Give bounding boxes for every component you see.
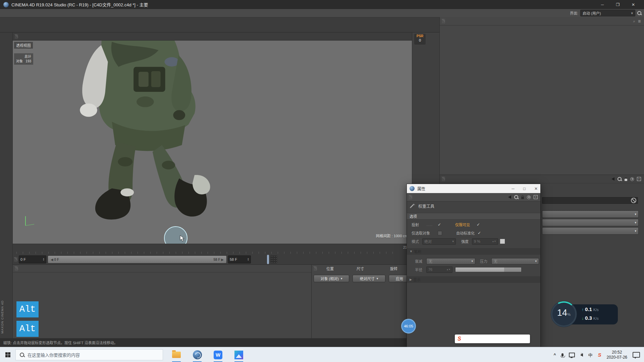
brush-section-header[interactable]: ▼笔刷 — [407, 248, 540, 255]
interface-dropdown[interactable]: 启动 (用户) ▾ — [580, 10, 635, 16]
properties-window: 属性 ─ □ ✕ + 权重工具 选项 投射 ...... ✓ 仅限可见 ✓ — [407, 184, 541, 348]
start-button[interactable] — [0, 347, 15, 362]
radius-field[interactable]: 76▲▼ — [426, 266, 452, 273]
radius-slider[interactable] — [455, 267, 522, 272]
visible-only-checkbox[interactable]: ✓ — [477, 222, 480, 227]
project-checkbox[interactable]: ✓ — [438, 222, 441, 227]
material-manager — [13, 264, 311, 347]
object-mode-dropdown[interactable]: 对象 (相对)▾ — [314, 275, 349, 282]
new-panel-icon[interactable]: + — [534, 195, 538, 199]
input-method-bar[interactable]: S — [455, 335, 530, 343]
om-filter-icon[interactable]: ≣ — [638, 19, 641, 23]
timeline-ticks — [16, 252, 398, 254]
search-icon[interactable] — [514, 195, 518, 199]
drag-handle[interactable] — [442, 19, 445, 23]
new-panel-icon[interactable]: + — [637, 177, 641, 181]
tray-input-language[interactable]: 中 — [588, 352, 593, 358]
lock-icon[interactable] — [625, 179, 627, 181]
percent-arc — [551, 301, 577, 327]
tray-expand-caret[interactable]: ^ — [554, 353, 556, 357]
lock-icon[interactable] — [521, 197, 524, 199]
minimize-button[interactable]: ─ — [595, 0, 610, 9]
fw-maximize-button[interactable]: □ — [523, 186, 526, 191]
filter-arrow-icon[interactable] — [611, 177, 614, 181]
apply-label: 应用 — [396, 276, 403, 281]
view-label[interactable]: 透视视图 — [14, 42, 33, 49]
attribute-dropdown[interactable]: ▾ — [542, 227, 639, 235]
speaker-icon[interactable] — [580, 353, 583, 357]
end-frame-field[interactable]: 58 F ▲▼ — [228, 255, 251, 263]
drag-handle[interactable] — [442, 177, 445, 181]
drag-handle[interactable] — [14, 257, 17, 262]
sogou-logo-icon[interactable]: S — [458, 336, 461, 342]
drag-handle[interactable] — [409, 195, 412, 199]
properties-menubar: + — [407, 193, 540, 201]
properties-title: 属性 — [417, 186, 425, 191]
interface-label: 界面: — [570, 10, 578, 16]
timeline-ruler[interactable]: 21 F — [13, 244, 412, 255]
app-logo-icon — [3, 2, 9, 7]
windows-taskbar: 在这里输入你要搜索的内容 W ^ 中 S 20:52 2020-07-26 — [0, 347, 644, 362]
axis-gizmo-icon — [23, 214, 36, 228]
start-frame-field[interactable]: 0 F ▲▼ — [19, 255, 46, 263]
attribute-dropdown[interactable]: ▾ — [542, 219, 639, 226]
taskbar-app-explorer[interactable] — [169, 347, 184, 362]
object-mode-value: 对象 (相对) — [321, 276, 339, 281]
maximize-button[interactable]: ❐ — [610, 0, 625, 9]
close-button[interactable]: ✕ — [626, 0, 641, 9]
search-icon[interactable] — [637, 11, 641, 15]
drag-handle[interactable] — [15, 266, 18, 271]
weight-brush-icon — [410, 203, 416, 208]
taskbar-search[interactable]: 在这里输入你要搜索的内容 — [15, 349, 163, 360]
fw-close-button[interactable]: ✕ — [534, 186, 538, 191]
frame-range-slider[interactable]: ◀ 0 F 58 F ▶ — [48, 255, 227, 263]
taskbar-app-cinema4d[interactable] — [190, 347, 205, 362]
target-icon[interactable] — [527, 195, 531, 199]
selected-only-checkbox[interactable] — [438, 231, 442, 235]
c4d-icon — [410, 186, 415, 191]
mode-dropdown[interactable]: 绝对▾ — [422, 238, 456, 245]
size-mode-dropdown[interactable]: 绝对尺寸▾ — [353, 275, 385, 282]
drag-handle[interactable] — [15, 34, 18, 39]
download-icon: ↓ — [582, 316, 584, 321]
tray-sogou-icon[interactable]: S — [598, 352, 601, 358]
material-menubar — [13, 265, 311, 273]
falloff-dropdown[interactable]: 无▾ — [426, 258, 475, 264]
size-mode-value: 绝对尺寸 — [360, 276, 375, 281]
viewport-menubar — [13, 33, 412, 41]
search-icon[interactable] — [618, 177, 622, 181]
taskbar-clock[interactable]: 20:52 2020-07-26 — [607, 350, 627, 360]
properties-titlebar[interactable]: 属性 ─ □ ✕ — [407, 184, 540, 193]
taskbar-app-wps[interactable]: W — [211, 347, 225, 362]
display-section-header[interactable]: ▶显示 — [407, 276, 540, 283]
action-center-icon[interactable] — [633, 352, 640, 358]
timeline-window-icon[interactable] — [270, 255, 277, 263]
selected-only-label: 仅选取对象 — [412, 230, 438, 236]
pressure-dropdown[interactable]: 无▾ — [491, 258, 539, 264]
texture-slot-bar[interactable] — [542, 197, 638, 204]
hud-total-label: 总计 — [16, 54, 31, 59]
autonormalize-checkbox[interactable]: ✓ — [478, 231, 481, 235]
filter-arrow-icon[interactable] — [508, 195, 511, 199]
taskbar-app-photos[interactable] — [231, 347, 246, 362]
strength-label: 强度 — [461, 239, 472, 244]
size-group-label: 尺寸 — [357, 266, 389, 271]
options-section-header[interactable]: 选项 — [407, 213, 540, 220]
attribute-dropdown[interactable]: ▾ — [542, 210, 639, 218]
target-icon[interactable] — [630, 177, 634, 181]
viewport[interactable]: 透视视图 总计 对象 193 网格间距 : 1000 cm — [13, 33, 412, 244]
soldier-model[interactable] — [46, 35, 234, 242]
strength-field[interactable]: 9 %▲▼ — [472, 238, 498, 245]
clock-time: 20:52 — [607, 350, 627, 355]
position-group-label: 位置 — [318, 266, 355, 271]
microphone-icon[interactable] — [561, 353, 564, 357]
interface-value: 启动 (用户) — [583, 10, 601, 16]
fw-minimize-button[interactable]: ─ — [512, 186, 515, 191]
recording-timer[interactable]: 46:05 — [401, 319, 416, 334]
rotation-group-label: 旋转 — [390, 266, 397, 271]
strength-swatch[interactable] — [500, 239, 505, 244]
drag-handle[interactable] — [314, 266, 317, 271]
display-icon[interactable] — [569, 353, 575, 357]
net-speed-widget[interactable]: ↑ 0.1 K/s ↓ 0.3 K/s 14 % — [551, 301, 618, 328]
om-search-icon[interactable]: ⌕ — [633, 19, 635, 23]
